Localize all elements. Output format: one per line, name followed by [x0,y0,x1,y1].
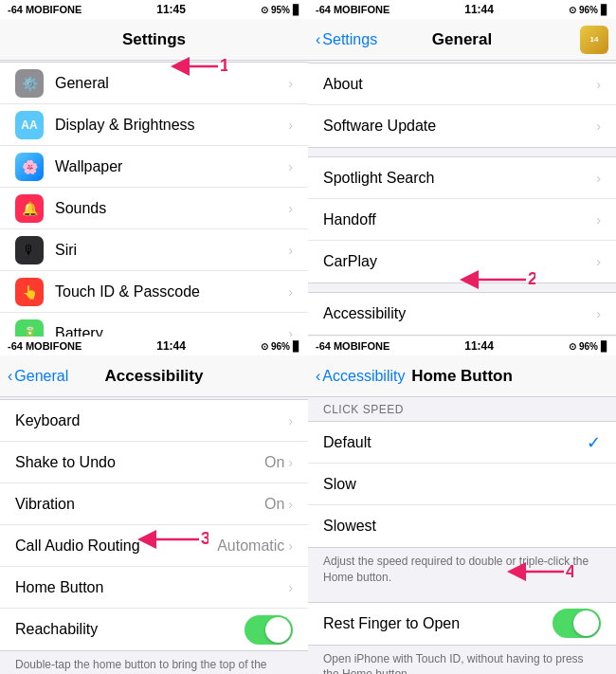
wallpaper-chevron: › [288,159,293,174]
status-bar-p4: -64 MOBIFONE 11:44 ⊙ 96% ▊ [308,337,616,355]
list-item-spotlight[interactable]: Spotlight Search › [308,157,616,199]
slowest-label: Slowest [323,518,601,535]
sounds-label: Sounds [55,200,288,217]
list-item-callroute[interactable]: Call Audio Routing Automatic › [0,525,308,567]
general-list-1: About › Software Update › [308,63,616,148]
battery-icon: 🔋 [15,319,44,337]
list-item-shake[interactable]: Shake to Undo On › [0,442,308,483]
nav-back-p2[interactable]: ‹ Settings [316,31,377,48]
nav-title-p3: Accessibility [105,367,204,386]
settings-list: ⚙️ General › AA Display & Brightness › 🌸… [0,62,308,337]
list-item-homebutton[interactable]: Home Button › [0,567,308,609]
back-label-p2: Settings [322,31,377,48]
back-label-p4: Accessibility [322,368,405,385]
handoff-label: Handoff [323,211,596,228]
keyboard-label: Keyboard [15,412,288,429]
display-chevron: › [288,118,293,133]
shake-value: On [264,454,284,471]
about-chevron: › [596,77,601,92]
sounds-chevron: › [288,201,293,216]
display-label: Display & Brightness [55,117,288,134]
battery-p3: ⊙ 96% ▊ [261,341,300,352]
default-label: Default [323,434,587,451]
callroute-value: Automatic [217,537,284,555]
nav-bar-p2: ‹ Settings General 14 [308,19,616,61]
nav-title-p2: General [432,30,492,49]
back-chevron-p2: ‹ [316,31,320,48]
touchid-chevron: › [288,284,293,300]
shake-label: Shake to Undo [15,454,264,471]
wallpaper-icon: 🌸 [15,153,44,181]
list-item-carplay[interactable]: CarPlay › [308,241,616,282]
nav-back-p3[interactable]: ‹ General [8,368,68,385]
list-item-general[interactable]: ⚙️ General › [0,63,308,104]
restfinger-footer: Open iPhone with Touch ID, without havin… [308,646,616,674]
general-list-3: Accessibility › [308,292,616,336]
vibration-chevron: › [288,497,293,512]
nav-back-p4[interactable]: ‹ Accessibility [316,368,405,385]
restfinger-toggle[interactable] [553,609,601,638]
list-item-slowest[interactable]: Slowest [308,505,616,547]
back-chevron-p4: ‹ [316,368,320,385]
nav-title-p1: Settings [122,30,186,49]
list-item-handoff[interactable]: Handoff › [308,199,616,241]
time-p4: 11:44 [464,339,494,353]
list-item-battery[interactable]: 🔋 Battery › [0,313,308,337]
time-p1: 11:45 [156,3,186,16]
status-bar-p1: -64 MOBIFONE 11:45 ⊙ 95% ▊ [0,0,308,19]
homebutton-label: Home Button [15,579,288,596]
list-item-accessibility[interactable]: Accessibility › [308,293,616,335]
list-item-software[interactable]: Software Update › [308,105,616,147]
carrier-p3: -64 MOBIFONE [8,340,82,352]
accessibility-chevron: › [596,306,601,321]
list-item-slow[interactable]: Slow [308,464,616,505]
display-icon: AA [15,111,44,139]
general-label: General [55,75,288,92]
list-item-display[interactable]: AA Display & Brightness › [0,104,308,146]
shake-chevron: › [288,455,293,470]
homebutton-chevron: › [288,580,293,595]
vibration-label: Vibration [15,496,264,513]
battery-p1: ⊙ 95% ▊ [261,5,300,15]
list-item-sounds[interactable]: 🔔 Sounds › [0,188,308,229]
touchid-label: Touch ID & Passcode [55,283,288,301]
battery-p2: ⊙ 96% ▊ [569,5,608,15]
restfinger-list: Rest Finger to Open [308,602,616,646]
nav-bar-p3: ‹ General Accessibility [0,355,308,397]
nav-bar-p1: Settings [0,19,308,61]
list-item-about[interactable]: About › [308,64,616,105]
default-check: ✓ [587,432,601,453]
list-item-touchid[interactable]: 👆 Touch ID & Passcode › [0,271,308,313]
general-chevron: › [288,76,293,91]
nav-bar-p4: ‹ Accessibility Home Button [308,355,616,397]
time-p2: 11:44 [464,3,494,16]
panel-general: -64 MOBIFONE 11:44 ⊙ 96% ▊ ‹ Settings Ge… [308,0,616,337]
slow-label: Slow [323,476,601,493]
list-item-keyboard[interactable]: Keyboard › [0,400,308,442]
status-bar-p2: -64 MOBIFONE 11:44 ⊙ 96% ▊ [308,0,616,19]
handoff-chevron: › [596,212,601,228]
clickspeed-header: CLICK SPEED [308,397,616,420]
list-item-vibration[interactable]: Vibration On › [0,483,308,525]
list-item-default[interactable]: Default ✓ [308,422,616,464]
carrier-p2: -64 MOBIFONE [316,4,390,15]
spotlight-label: Spotlight Search [323,170,596,187]
siri-label: Siri [55,242,288,259]
callroute-chevron: › [288,538,293,554]
software-label: Software Update [323,118,596,135]
list-item-siri[interactable]: 🎙 Siri › [0,229,308,271]
general-icon: ⚙️ [15,69,44,98]
carplay-label: CarPlay [323,253,596,270]
status-bar-p3: -64 MOBIFONE 11:44 ⊙ 96% ▊ [0,337,308,355]
list-item-reachability[interactable]: Reachability [0,609,308,650]
general-list-2: Spotlight Search › Handoff › CarPlay › [308,156,616,283]
list-item-wallpaper[interactable]: 🌸 Wallpaper › [0,146,308,188]
spotlight-chevron: › [596,171,601,186]
wallpaper-label: Wallpaper [55,158,288,175]
reachability-toggle[interactable] [245,615,293,645]
list-item-restfinger[interactable]: Rest Finger to Open [308,603,616,645]
back-chevron-p3: ‹ [8,368,12,385]
keyboard-chevron: › [288,413,293,428]
clickspeed-list: Default ✓ Slow Slowest [308,421,616,548]
clickspeed-footer: Adjust the speed required to double or t… [308,548,616,593]
